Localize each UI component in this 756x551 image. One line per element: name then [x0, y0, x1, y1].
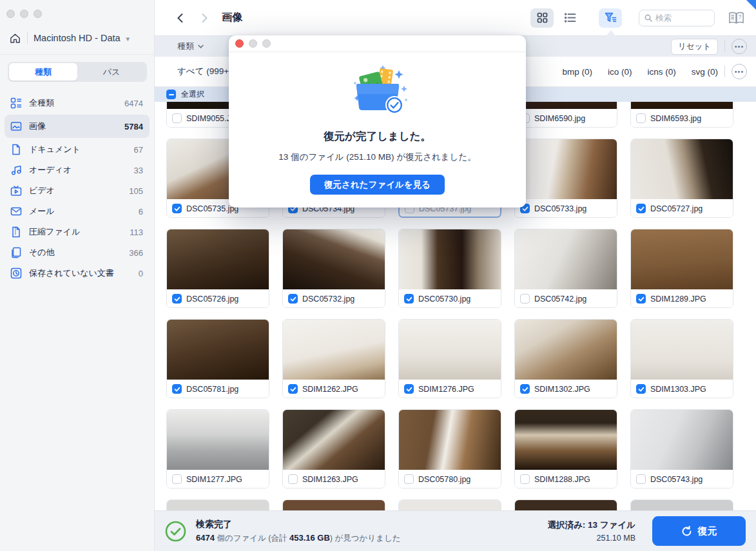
file-card[interactable]: DSC05732.jpg — [282, 229, 385, 308]
sidebar-item[interactable]: 画像5784 — [5, 115, 150, 138]
file-checkbox[interactable] — [288, 294, 298, 304]
dialog-zoom-button — [262, 39, 271, 48]
file-card[interactable]: SDIM1289.JPG — [630, 229, 733, 308]
sidebar-item[interactable]: 圧縮ファイル113 — [5, 222, 150, 242]
more-options-icon[interactable]: ••• — [732, 39, 747, 54]
filter-button[interactable] — [599, 8, 622, 28]
sidebar-item[interactable]: オーディオ33 — [5, 160, 150, 180]
type-tab[interactable]: icns (0) — [647, 67, 675, 77]
sidebar-item[interactable]: 全種類6474 — [5, 93, 150, 113]
file-checkbox[interactable] — [288, 384, 298, 394]
search-field[interactable] — [639, 10, 715, 26]
file-card[interactable]: DSC05727.jpg — [630, 139, 733, 218]
search-input[interactable] — [655, 14, 709, 23]
sidebar-item-count: 6 — [139, 207, 143, 217]
dialog-close-button[interactable] — [235, 39, 244, 48]
file-thumbnail — [515, 102, 617, 109]
file-name: SDIM1276.JPG — [418, 385, 474, 394]
file-card[interactable]: SDIM1276.JPG — [398, 319, 501, 398]
restore-button[interactable]: 復元 — [652, 516, 746, 546]
type-tab[interactable]: ico (0) — [608, 67, 632, 77]
file-card[interactable]: SDIM1303.JPG — [630, 319, 733, 398]
type-tab-all[interactable]: すべて (999+) — [177, 66, 232, 77]
search-complete-icon — [165, 521, 186, 542]
video-icon — [10, 185, 22, 197]
file-checkbox[interactable] — [404, 384, 414, 394]
file-card[interactable]: DSC05726.jpg — [166, 229, 269, 308]
minimize-window-button[interactable] — [20, 10, 28, 18]
sidebar-tab-type[interactable]: 種類 — [9, 63, 77, 81]
close-window-button[interactable] — [6, 10, 15, 18]
back-button[interactable] — [171, 10, 188, 26]
file-card[interactable] — [282, 499, 385, 510]
dialog-title: 復元が完了しました。 — [229, 130, 526, 144]
file-card[interactable]: SDIM1263.JPG — [282, 409, 385, 488]
file-checkbox[interactable] — [172, 204, 182, 213]
select-all-checkbox[interactable] — [166, 90, 176, 99]
file-caption: DSC05742.jpg — [515, 289, 617, 308]
file-checkbox[interactable] — [404, 474, 414, 484]
file-card[interactable]: DSC05733.jpg — [514, 139, 617, 218]
app-window: Macintosh HD - Data ▾ 種類パス 全種類6474画像5784… — [0, 0, 756, 551]
status-bar: 検索完了 6474 個のファイル (合計 453.16 GB) が見つかりました… — [155, 510, 756, 551]
file-checkbox[interactable] — [636, 294, 646, 304]
file-checkbox[interactable] — [520, 474, 530, 484]
sidebar-item[interactable]: ビデオ105 — [5, 180, 150, 201]
home-icon[interactable] — [9, 32, 21, 44]
grid-view-button[interactable] — [530, 8, 554, 28]
file-card[interactable]: SDIM1288.JPG — [514, 409, 617, 488]
file-checkbox[interactable] — [636, 384, 646, 394]
file-thumbnail — [283, 320, 385, 380]
view-recovered-files-button[interactable]: 復元されたファイルを見る — [310, 175, 445, 195]
reset-button[interactable]: リセット — [671, 39, 718, 55]
zoom-window-button[interactable] — [34, 10, 42, 18]
file-checkbox[interactable] — [172, 294, 182, 304]
group-by-dropdown[interactable]: 種類 — [177, 41, 204, 52]
type-tab[interactable]: bmp (0) — [562, 67, 592, 77]
file-card[interactable] — [514, 499, 617, 510]
sidebar-item[interactable]: その他366 — [5, 242, 150, 263]
file-name: SDIM1288.JPG — [534, 475, 590, 484]
file-name: SDIM1302.JPG — [534, 385, 590, 394]
file-checkbox[interactable] — [172, 113, 182, 123]
file-card[interactable] — [630, 499, 733, 510]
sidebar-item-count: 33 — [134, 166, 143, 175]
file-checkbox[interactable] — [636, 204, 646, 213]
file-card[interactable] — [166, 499, 269, 510]
file-caption: DSC05732.jpg — [283, 289, 385, 308]
manual-icon[interactable]: ? — [726, 9, 746, 27]
file-card[interactable]: SDIM1262.JPG — [282, 319, 385, 398]
group-by-label: 種類 — [177, 41, 194, 52]
type-tab[interactable]: svg (0) — [692, 67, 718, 77]
sidebar-item[interactable]: ドキュメント67 — [5, 139, 150, 160]
forward-button[interactable] — [196, 10, 213, 26]
file-card[interactable]: SDIM1302.JPG — [514, 319, 617, 398]
sidebar-item[interactable]: メール6 — [5, 201, 150, 222]
sidebar-item[interactable]: 保存されていない文書0 — [5, 263, 150, 284]
file-card[interactable]: DSC05743.jpg — [630, 409, 733, 488]
file-card[interactable]: DSC05781.jpg — [166, 319, 269, 398]
file-checkbox[interactable] — [520, 384, 530, 394]
file-checkbox[interactable] — [636, 474, 646, 484]
device-selector[interactable]: Macintosh HD - Data ▾ — [9, 30, 148, 46]
more-types-icon[interactable]: ••• — [732, 64, 747, 79]
file-checkbox[interactable] — [172, 474, 182, 484]
search-icon — [645, 14, 652, 22]
sidebar-tab-path[interactable]: パス — [77, 63, 146, 81]
file-grid-row — [166, 499, 756, 510]
file-card[interactable] — [398, 499, 501, 510]
file-card[interactable]: DSC05730.jpg — [398, 229, 501, 308]
file-checkbox[interactable] — [636, 113, 646, 123]
file-checkbox[interactable] — [520, 294, 530, 304]
file-card[interactable]: SDIM6590.jpg — [514, 102, 617, 128]
file-card[interactable]: SDIM1277.JPG — [166, 409, 269, 488]
file-card[interactable]: DSC05742.jpg — [514, 229, 617, 308]
document-icon — [10, 144, 22, 156]
file-checkbox[interactable] — [172, 384, 182, 394]
file-caption: SDIM6593.jpg — [631, 109, 733, 128]
file-checkbox[interactable] — [404, 294, 414, 304]
list-view-button[interactable] — [559, 8, 582, 28]
file-checkbox[interactable] — [288, 474, 298, 484]
file-card[interactable]: SDIM6593.jpg — [630, 102, 733, 128]
file-card[interactable]: DSC05780.jpg — [398, 409, 501, 488]
